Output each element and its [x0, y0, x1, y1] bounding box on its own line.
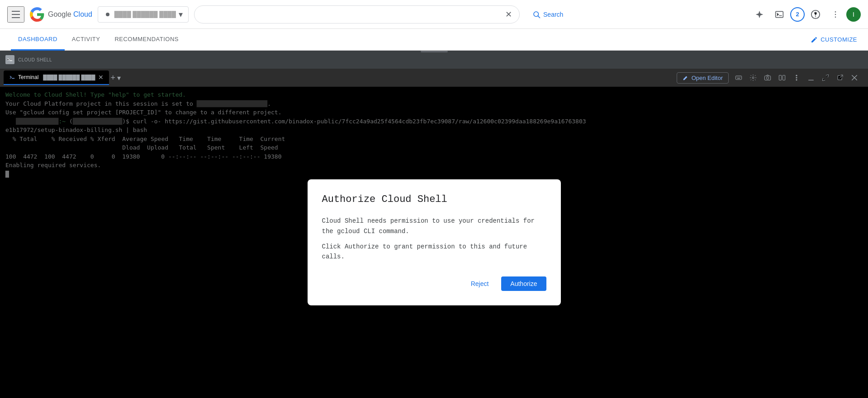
settings-icon [749, 74, 757, 81]
search-input[interactable]: Cloud Shell [202, 11, 505, 18]
google-cloud-logo[interactable]: Google Cloud [30, 7, 92, 22]
logo-text: Google Cloud [48, 10, 92, 19]
more-vert-icon [831, 10, 840, 19]
help-button[interactable] [806, 5, 825, 23]
cloud-shell-header: CLOUD SHELL [0, 51, 868, 69]
authorize-modal: Authorize Cloud Shell Cloud Shell needs … [308, 179, 561, 305]
svg-line-2 [538, 16, 540, 18]
tab-dropdown-button[interactable]: ▾ [117, 74, 121, 82]
search-button[interactable]: Search [525, 7, 570, 22]
scroll-handle[interactable] [421, 51, 448, 52]
gemini-button[interactable] [750, 5, 768, 23]
svg-rect-18 [783, 75, 785, 80]
header-actions: 2 I [750, 5, 861, 23]
google-cloud-logo-icon [30, 7, 44, 22]
svg-point-21 [796, 79, 797, 80]
svg-rect-17 [779, 75, 781, 80]
add-tab-button[interactable]: + [109, 73, 118, 83]
modal-body-line2: Click Authorize to grant permission to t… [322, 242, 546, 262]
tab-activity[interactable]: ACTIVITY [65, 29, 108, 51]
terminal-tab-1[interactable]: Terminal ████ ██████ ████ ✕ [4, 70, 109, 85]
menu-button[interactable] [7, 6, 24, 23]
keyboard-button[interactable] [732, 71, 745, 84]
notifications-badge[interactable]: 2 [790, 7, 805, 22]
clear-search-button[interactable]: ✕ [505, 9, 512, 19]
expand-icon [822, 74, 829, 81]
terminal-toolbar [729, 71, 864, 84]
authorize-button[interactable]: Authorize [501, 276, 546, 291]
terminal-tab-icon [9, 74, 15, 80]
svg-rect-15 [764, 76, 770, 80]
svg-point-14 [752, 77, 754, 79]
minimize-icon [807, 74, 815, 81]
svg-rect-3 [776, 11, 783, 17]
modal-footer: Reject Authorize [322, 276, 546, 291]
close-terminal-button[interactable] [848, 71, 861, 84]
recommendations-tab-label: RECOMMENDATIONS [114, 36, 179, 42]
search-label: Search [543, 11, 563, 18]
svg-point-19 [796, 75, 797, 76]
tab-recommendations[interactable]: RECOMMENDATIONS [107, 29, 186, 51]
svg-point-5 [835, 11, 836, 12]
close-icon [851, 74, 858, 81]
open-new-icon [836, 74, 844, 81]
tab-close-button[interactable]: ✕ [98, 74, 104, 81]
modal-body: Cloud Shell needs permission to use your… [322, 216, 546, 262]
svg-point-6 [835, 14, 836, 15]
avatar-letter: I [853, 11, 854, 18]
more-vert-terminal-icon [796, 74, 797, 81]
cloud-shell-header-label: CLOUD SHELL [18, 57, 52, 62]
split-button[interactable] [776, 71, 788, 84]
terminal-icon [775, 10, 784, 19]
expand-button[interactable] [819, 71, 832, 84]
top-header: Google Cloud ████ ██████ ████ ▾ Cloud Sh… [0, 0, 868, 29]
svg-point-16 [766, 77, 768, 79]
search-bar: Cloud Shell ✕ [194, 5, 520, 23]
cloud-shell-icon [5, 55, 14, 64]
dashboard-tab-label: DASHBOARD [18, 36, 57, 42]
editor-icon [683, 75, 689, 81]
tab-dashboard[interactable]: DASHBOARD [11, 29, 65, 51]
cloud-shell-toggle-button[interactable] [770, 5, 788, 23]
open-editor-button[interactable]: Open Editor [677, 72, 729, 84]
modal-overlay: Authorize Cloud Shell Cloud Shell needs … [0, 87, 868, 398]
svg-point-20 [796, 77, 797, 78]
project-icon [104, 10, 112, 19]
split-icon [778, 74, 786, 81]
notifications-count: 2 [796, 11, 799, 18]
tab-blurred-label: ████ ██████ ████ [43, 75, 95, 80]
svg-rect-8 [735, 76, 741, 80]
svg-point-7 [835, 16, 836, 18]
open-editor-label: Open Editor [692, 75, 723, 81]
reject-button[interactable]: Reject [464, 276, 496, 291]
open-new-window-button[interactable] [834, 71, 846, 84]
settings-button[interactable] [747, 71, 759, 84]
customize-button[interactable]: CUSTOMIZE [811, 36, 857, 43]
help-icon [811, 9, 821, 19]
edit-icon [811, 36, 818, 43]
cloud-shell-panel: CLOUD SHELL Terminal ████ ██████ ████ ✕ … [0, 51, 868, 398]
more-options-button[interactable] [826, 5, 844, 23]
minimize-button[interactable] [805, 71, 817, 84]
terminal-tab-name: Terminal [18, 74, 38, 80]
svg-point-0 [106, 13, 109, 16]
modal-title: Authorize Cloud Shell [322, 194, 546, 205]
project-name: ████ ██████ ████ [114, 11, 176, 18]
customize-label: CUSTOMIZE [821, 36, 857, 43]
user-avatar[interactable]: I [846, 7, 861, 22]
chevron-down-icon: ▾ [179, 9, 183, 19]
sub-nav: DASHBOARD ACTIVITY RECOMMENDATIONS CUSTO… [0, 29, 868, 51]
search-icon [532, 10, 541, 19]
activity-tab-label: ACTIVITY [72, 36, 100, 42]
modal-body-line1: Cloud Shell needs permission to use your… [322, 216, 546, 236]
project-selector[interactable]: ████ ██████ ████ ▾ [98, 6, 189, 23]
camera-icon [764, 74, 771, 81]
terminal-tab-bar: Terminal ████ ██████ ████ ✕ + ▾ Open Edi… [0, 69, 868, 87]
screenshot-button[interactable] [761, 71, 774, 84]
terminal-more-button[interactable] [790, 71, 803, 84]
terminal-small-icon [7, 56, 13, 63]
terminal-content[interactable]: Welcome to Cloud Shell! Type "help" to g… [0, 87, 868, 398]
keyboard-icon [735, 74, 742, 81]
sparkle-icon [755, 10, 764, 19]
